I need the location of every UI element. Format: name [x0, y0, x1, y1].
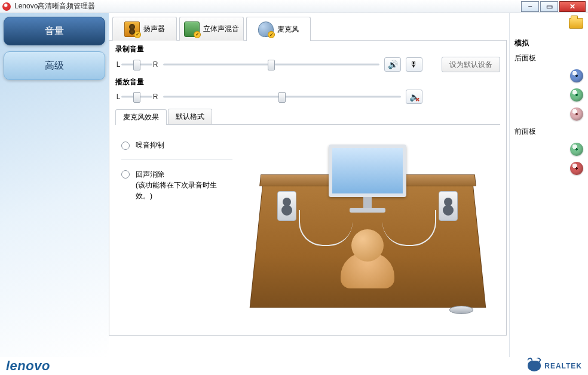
subtab-default-format[interactable]: 默认格式: [168, 109, 212, 124]
jack-pink[interactable]: [570, 107, 583, 121]
lenovo-logo: lenovo: [6, 358, 50, 374]
radio-icon: [121, 142, 130, 150]
analog-title: 模拟: [514, 38, 583, 48]
window-title: Lenovo高清晰音频管理器: [14, 1, 520, 11]
tab-microphone-label: 麦克风: [277, 24, 299, 35]
tab-stereomix[interactable]: 立体声混音: [179, 17, 244, 41]
playback-volume-title: 播放音量: [115, 77, 500, 87]
echo-cancel-label: 回声消除: [136, 169, 232, 180]
desk-mic-illus: [449, 284, 474, 314]
playback-volume-slider[interactable]: [163, 93, 401, 101]
playback-listen-button[interactable]: 🔊: [384, 57, 401, 72]
record-volume-title: 录制音量: [115, 44, 500, 54]
device-tabs: 扬声器 立体声混音 麦克风: [109, 13, 507, 41]
subtab-effects[interactable]: 麦克风效果: [115, 109, 167, 125]
realtek-logo: REALTEK: [528, 361, 582, 371]
jack-blue[interactable]: [570, 69, 583, 82]
radio-icon: [121, 170, 130, 179]
footer: lenovo REALTEK: [0, 357, 588, 375]
jack-front-red[interactable]: [570, 162, 583, 175]
tab-speaker-label: 扬声器: [143, 24, 165, 34]
speaker-right-illus: [439, 191, 458, 221]
effects-pane: 噪音抑制 回声消除 (该功能将在下次录音时生效。): [115, 133, 235, 325]
speaker-icon: [124, 21, 140, 37]
speaker-left-illus: [277, 191, 296, 221]
folder-icon[interactable]: [569, 18, 583, 29]
maximize-button[interactable]: ▭: [540, 1, 558, 12]
noise-suppress-label: 噪音抑制: [136, 140, 164, 150]
echo-cancel-note: (该功能将在下次录音时生效。): [136, 180, 232, 201]
option-noise-suppress[interactable]: 噪音抑制: [121, 137, 232, 154]
sub-tabs: 麦克风效果 默认格式: [115, 109, 500, 125]
right-panel: 模拟 后面板 前面板: [509, 13, 588, 357]
back-panel-label: 后面板: [514, 53, 583, 63]
balance-slider-playback[interactable]: [121, 93, 152, 101]
balance-slider-record[interactable]: [121, 60, 152, 69]
front-panel-label: 前面板: [514, 127, 583, 137]
person-head-illus: [351, 229, 384, 262]
left-nav: 音量 高级: [0, 13, 109, 357]
set-default-button[interactable]: 设为默认设备: [442, 57, 500, 72]
jack-green[interactable]: [570, 88, 583, 102]
jack-front-green[interactable]: [570, 143, 583, 156]
monitor-illus: [320, 145, 415, 216]
mute-button[interactable]: 🔈✖: [406, 90, 422, 104]
nav-advanced[interactable]: 高级: [4, 51, 105, 80]
tab-microphone[interactable]: 麦克风: [246, 17, 311, 41]
close-button[interactable]: ✕: [559, 1, 586, 12]
lr-label-r2: R: [152, 93, 158, 101]
mic-boost-button[interactable]: 🎙: [406, 57, 422, 72]
realtek-crab-icon: [528, 361, 541, 371]
lr-label-r: R: [152, 60, 158, 69]
realtek-text: REALTEK: [544, 362, 582, 370]
app-icon: [2, 2, 11, 11]
content-card: 录制音量 L R 🔊 🎙 设为默认设备: [109, 41, 507, 336]
soundcard-icon: [184, 21, 200, 37]
titlebar: Lenovo高清晰音频管理器 − ▭ ✕: [0, 0, 588, 13]
tab-stereomix-label: 立体声混音: [203, 24, 239, 34]
lr-label-l: L: [115, 60, 121, 69]
tab-speaker[interactable]: 扬声器: [112, 17, 177, 41]
nav-volume[interactable]: 音量: [4, 17, 105, 45]
illustration: [235, 133, 500, 325]
minimize-button[interactable]: −: [521, 1, 539, 12]
option-echo-cancel[interactable]: 回声消除 (该功能将在下次录音时生效。): [121, 165, 232, 205]
record-volume-slider[interactable]: [163, 60, 379, 69]
microphone-icon: [258, 21, 274, 37]
lr-label-l2: L: [115, 93, 121, 101]
